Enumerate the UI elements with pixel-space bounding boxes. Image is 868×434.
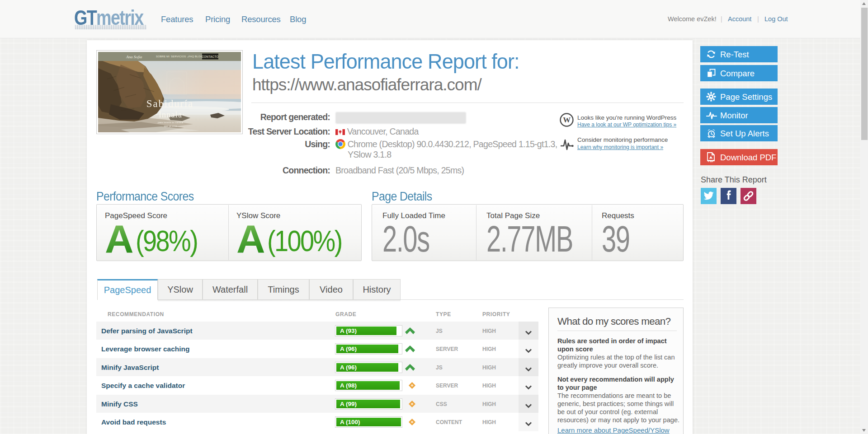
svg-text:CONTACTO: CONTACTO: [202, 55, 219, 58]
svg-text:SERVICIOS ⌄: SERVICIOS ⌄: [171, 55, 189, 58]
svg-text:Sabiduría: Sabiduría: [146, 98, 193, 109]
svg-text:PDF: PDF: [708, 159, 714, 163]
svg-text:SOBRE MI: SOBRE MI: [156, 55, 170, 58]
svg-text:W: W: [563, 116, 571, 124]
svg-text:FAQ: FAQ: [189, 55, 194, 58]
svg-text:Ana Sofia: Ana Sofia: [126, 55, 142, 59]
